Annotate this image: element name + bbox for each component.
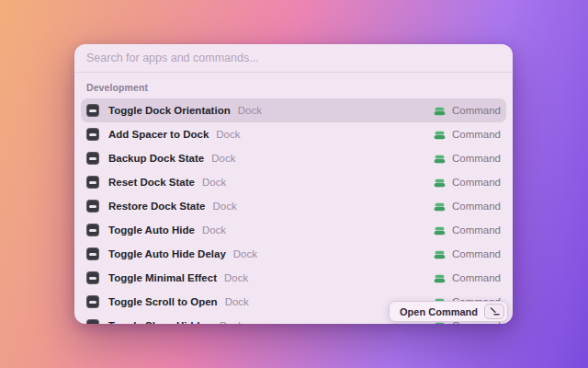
dock-app-icon bbox=[86, 319, 99, 324]
command-subtitle: Dock bbox=[212, 201, 236, 212]
accessory-type-label: Command bbox=[452, 177, 501, 188]
command-title: Restore Dock State bbox=[108, 201, 205, 212]
list-item[interactable]: Toggle Dock Orientation Dock Command bbox=[81, 98, 506, 122]
accessory-type-label: Command bbox=[452, 272, 501, 283]
command-title: Toggle Scroll to Open bbox=[108, 296, 218, 307]
list-item[interactable]: Restore Dock State Dock Command bbox=[81, 194, 506, 218]
dock-app-icon bbox=[86, 152, 99, 165]
command-tray-icon bbox=[434, 153, 446, 165]
dock-app-icon bbox=[86, 247, 99, 260]
accessory-type-label: Command bbox=[452, 201, 501, 212]
enter-key-icon bbox=[484, 304, 504, 319]
row-accessory: Command bbox=[434, 129, 501, 141]
dock-app-icon bbox=[86, 104, 99, 117]
command-subtitle: Dock bbox=[202, 224, 226, 236]
list-item[interactable]: Add Spacer to Dock Dock Command bbox=[81, 122, 506, 146]
row-accessory: Command bbox=[434, 105, 501, 117]
row-accessory: Command bbox=[434, 248, 501, 260]
dock-app-icon bbox=[86, 176, 99, 189]
command-subtitle: Dock bbox=[225, 296, 249, 307]
list-item[interactable]: Backup Dock State Dock Command bbox=[81, 146, 506, 170]
command-subtitle: Dock bbox=[211, 153, 235, 164]
command-tray-icon bbox=[434, 129, 446, 141]
command-title: Toggle Dock Orientation bbox=[108, 105, 231, 116]
dock-app-icon bbox=[86, 200, 99, 213]
command-tray-icon bbox=[434, 224, 446, 236]
open-command-hint[interactable]: Open Command bbox=[389, 301, 508, 322]
command-subtitle: Dock bbox=[220, 320, 243, 324]
command-tray-icon bbox=[434, 248, 446, 260]
accessory-type-label: Command bbox=[452, 129, 501, 140]
search-bar bbox=[74, 44, 513, 73]
command-title: Add Spacer to Dock bbox=[108, 129, 209, 140]
accessory-type-label: Command bbox=[452, 224, 501, 236]
command-tray-icon bbox=[434, 272, 446, 284]
row-accessory: Command bbox=[434, 153, 501, 165]
command-tray-icon bbox=[434, 105, 446, 117]
command-subtitle: Dock bbox=[202, 177, 226, 188]
command-subtitle: Dock bbox=[233, 248, 257, 259]
command-tray-icon bbox=[434, 177, 446, 189]
list-item[interactable]: Toggle Minimal Effect Dock Command bbox=[81, 266, 506, 290]
command-title: Toggle Auto Hide Delay bbox=[108, 248, 226, 259]
command-title: Toggle Minimal Effect bbox=[108, 272, 217, 283]
accessory-type-label: Command bbox=[452, 248, 501, 259]
command-title: Reset Dock State bbox=[108, 177, 195, 188]
list-item[interactable]: Toggle Auto Hide Delay Dock Command bbox=[81, 242, 506, 266]
row-accessory: Command bbox=[434, 272, 501, 284]
open-command-label: Open Command bbox=[400, 306, 478, 317]
launcher-window: Development Toggle Dock Orientation Dock… bbox=[74, 44, 513, 324]
accessory-type-label: Command bbox=[452, 153, 501, 164]
results-list: Development Toggle Dock Orientation Dock… bbox=[74, 73, 513, 324]
command-subtitle: Dock bbox=[224, 272, 248, 283]
command-tray-icon bbox=[434, 201, 446, 213]
list-item[interactable]: Reset Dock State Dock Command bbox=[81, 170, 506, 194]
row-accessory: Command bbox=[434, 177, 501, 189]
section-header: Development bbox=[81, 79, 506, 98]
dock-app-icon bbox=[86, 295, 99, 308]
row-accessory: Command bbox=[434, 201, 501, 213]
dock-app-icon bbox=[86, 271, 99, 284]
dock-app-icon bbox=[86, 128, 99, 141]
command-subtitle: Dock bbox=[216, 129, 240, 140]
dock-app-icon bbox=[86, 224, 99, 236]
row-accessory: Command bbox=[434, 224, 501, 236]
command-title: Toggle Show Hidden bbox=[108, 320, 212, 324]
accessory-type-label: Command bbox=[452, 105, 501, 116]
list-item[interactable]: Toggle Auto Hide Dock Command bbox=[81, 218, 506, 242]
command-title: Toggle Auto Hide bbox=[108, 224, 195, 236]
command-title: Backup Dock State bbox=[108, 153, 204, 164]
command-subtitle: Dock bbox=[238, 105, 262, 116]
search-input[interactable] bbox=[86, 52, 501, 64]
